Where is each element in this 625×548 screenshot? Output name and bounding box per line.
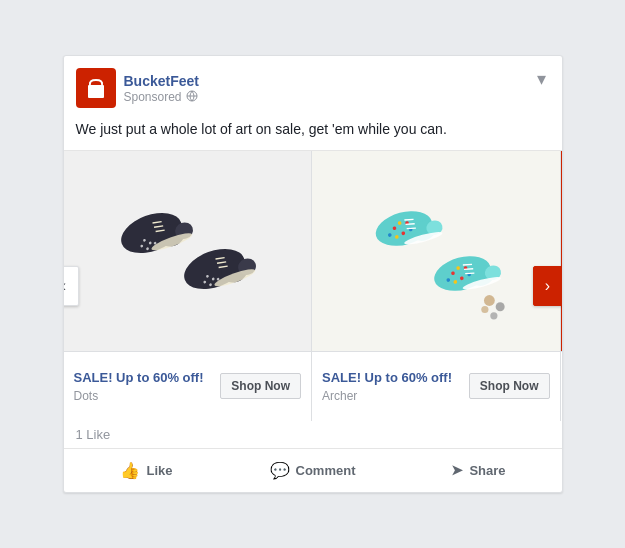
dots-item-info: SALE! Up to 60% off! Dots Shop Now: [64, 351, 312, 421]
post-actions: 👍 Like 💬 Comment ➤ Share: [64, 449, 562, 492]
chevron-left-icon: ‹: [64, 277, 67, 295]
bucket-logo-icon: [83, 75, 109, 101]
post-stats: 1 Like: [64, 421, 562, 449]
svg-point-56: [484, 295, 495, 306]
dots-shoe-image[interactable]: [64, 151, 312, 351]
svg-point-59: [491, 312, 498, 319]
archer-item-info: SALE! Up to 60% off! Archer Shop Now: [312, 351, 560, 421]
brand-info: BucketFeet Sponsored: [124, 72, 199, 105]
share-button[interactable]: ➤ Share: [396, 453, 562, 488]
sponsored-line: Sponsored: [124, 90, 199, 105]
carousel-track: SALE! Up to 60% off! Dots Shop Now: [64, 151, 562, 421]
archer-item-text: SALE! Up to 60% off! Archer: [322, 370, 461, 403]
facebook-post-card: BucketFeet Sponsored ▾ We just put a wh: [63, 55, 563, 493]
like-icon: 👍: [120, 461, 140, 480]
archer-sale-text: SALE! Up to 60% off!: [322, 370, 461, 387]
post-text: We just put a whole lot of art on sale, …: [64, 116, 562, 150]
sponsored-label: Sponsored: [124, 90, 182, 104]
share-label: Share: [469, 463, 505, 478]
carousel-item-dots: SALE! Up to 60% off! Dots Shop Now: [64, 151, 313, 421]
dots-shoes-svg: [76, 161, 299, 341]
like-count: 1 Like: [76, 427, 111, 442]
partial-image: [561, 151, 562, 351]
chevron-right-icon: ›: [545, 277, 550, 295]
comment-label: Comment: [296, 463, 356, 478]
dots-sale-text: SALE! Up to 60% off!: [74, 370, 213, 387]
archer-shoes-svg: [324, 161, 547, 341]
brand-logo[interactable]: [76, 68, 116, 108]
share-icon: ➤: [451, 462, 463, 478]
svg-point-58: [482, 306, 489, 313]
archer-shop-button[interactable]: Shop Now: [469, 373, 550, 399]
carousel-prev-button[interactable]: ‹: [64, 266, 79, 306]
comment-icon: 💬: [270, 461, 290, 480]
brand-header-left: BucketFeet Sponsored: [76, 68, 199, 108]
like-label: Like: [146, 463, 172, 478]
svg-rect-0: [88, 85, 104, 98]
post-header: BucketFeet Sponsored ▾: [64, 56, 562, 116]
globe-icon: [186, 90, 198, 105]
comment-button[interactable]: 💬 Comment: [230, 453, 396, 488]
carousel-wrapper: SALE! Up to 60% off! Dots Shop Now: [64, 150, 562, 421]
brand-name[interactable]: BucketFeet: [124, 72, 199, 90]
carousel-item-archer: SALE! Up to 60% off! Archer Shop Now: [312, 151, 561, 421]
dots-shop-button[interactable]: Shop Now: [220, 373, 301, 399]
partial-item-info: SAL... Buc...: [561, 351, 562, 421]
svg-point-57: [496, 302, 505, 311]
archer-subtitle: Archer: [322, 389, 461, 403]
dots-item-text: SALE! Up to 60% off! Dots: [74, 370, 213, 403]
svg-rect-1: [92, 82, 100, 84]
options-chevron[interactable]: ▾: [533, 68, 550, 90]
like-button[interactable]: 👍 Like: [64, 453, 230, 488]
dots-subtitle: Dots: [74, 389, 213, 403]
carousel-next-button[interactable]: ›: [533, 266, 562, 306]
archer-shoe-image[interactable]: [312, 151, 560, 351]
